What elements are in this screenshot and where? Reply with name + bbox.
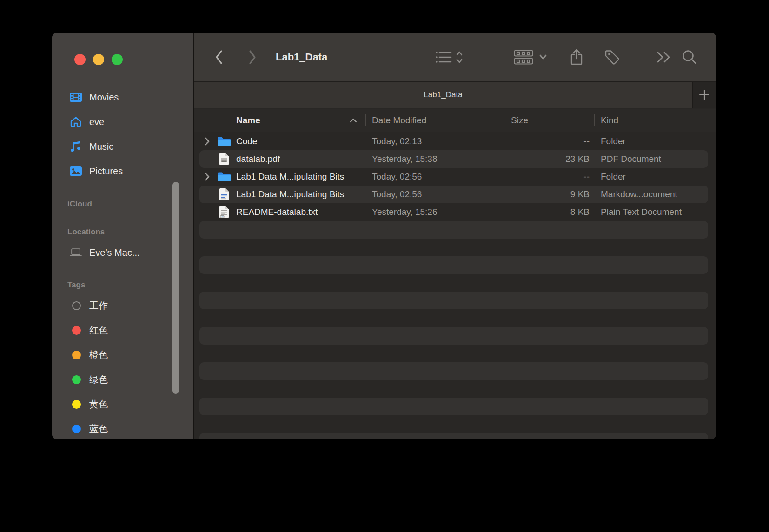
sidebar-item-label: Eve’s Mac... (89, 247, 140, 258)
group-view-icon[interactable] (514, 33, 533, 81)
column-header-kind[interactable]: Kind (601, 109, 618, 132)
sidebar-item-tag-0[interactable]: 工作 (52, 298, 193, 313)
sidebar-item-label: eve (89, 117, 104, 127)
file-name: Lab1 Data M...ipulating Bits (236, 186, 344, 203)
group-chevron-down-icon[interactable] (538, 33, 548, 81)
sidebar-item-tag-3[interactable]: 绿色 (52, 372, 193, 387)
list-view-icon (435, 51, 452, 64)
disclosure-chevron-icon[interactable] (204, 168, 210, 186)
sort-ascending-icon (349, 109, 358, 132)
row-stripe (199, 398, 708, 415)
sort-ascending-caret-icon (349, 118, 358, 123)
sidebar-item-label: Pictures (89, 166, 123, 177)
zoom-button[interactable] (112, 54, 123, 65)
chevron-right-icon (248, 49, 257, 65)
sidebar-item-label: 工作 (89, 299, 108, 312)
search-icon[interactable] (681, 33, 698, 81)
sidebar-item-eves-mac[interactable]: Eve’s Mac... (52, 245, 193, 260)
row-stripe (199, 256, 708, 274)
back-button[interactable] (212, 33, 226, 81)
sidebar-item-music[interactable]: Music (52, 139, 193, 154)
sidebar-titlebar-area (52, 33, 193, 82)
file-size: -- (473, 133, 590, 150)
folder-icon (216, 133, 232, 150)
sidebar-item-tag-2[interactable]: 橙色 (52, 347, 193, 363)
sidebar-item-label: Movies (89, 92, 119, 103)
forward-button[interactable] (245, 33, 260, 81)
file-name: README-datalab.txt (236, 203, 318, 221)
finder-window: MovieseveMusicPicturesiCloudLocationsEve… (52, 33, 716, 439)
close-button[interactable] (74, 54, 86, 65)
sidebar: MovieseveMusicPicturesiCloudLocationsEve… (52, 33, 193, 439)
row-stripe (199, 433, 708, 439)
magnifier-icon (681, 49, 698, 66)
file-date-modified: Today, 02:56 (372, 168, 422, 186)
file-size: 23 KB (473, 150, 590, 168)
file-list: CodeToday, 02:13--Folderdatalab.pdfYeste… (194, 133, 716, 439)
file-date-modified: Today, 02:13 (372, 133, 422, 150)
tab-lab1-data[interactable]: Lab1_Data (194, 82, 692, 108)
share-icon[interactable] (569, 33, 584, 81)
sidebar-item-tag-5[interactable]: 蓝色 (52, 421, 193, 437)
sidebar-item-tag-1[interactable]: 红色 (52, 322, 193, 338)
pictures-icon (69, 166, 82, 176)
more-chevrons-icon[interactable] (656, 33, 672, 81)
markdown-file-icon (216, 186, 232, 203)
column-divider[interactable] (594, 114, 595, 126)
sidebar-item-label: 黄色 (89, 398, 108, 411)
file-name: Lab1 Data M...ipulating Bits (236, 168, 344, 186)
row-stripe (199, 292, 708, 309)
sidebar-item-eve[interactable]: eve (52, 114, 193, 130)
file-kind: PDF Document (601, 150, 661, 168)
tag-color-dot-icon (72, 326, 81, 335)
music-icon (69, 140, 82, 153)
column-divider[interactable] (365, 114, 366, 126)
tag-color-dot-icon (72, 375, 81, 384)
file-date-modified: Yesterday, 15:26 (372, 203, 438, 221)
sidebar-item-label: 蓝色 (89, 423, 108, 435)
sidebar-item-label: 红色 (89, 324, 108, 337)
sidebar-item-tag-4[interactable]: 黄色 (52, 396, 193, 412)
column-header-date-modified[interactable]: Date Modified (372, 109, 426, 132)
file-kind: Folder (601, 133, 626, 150)
column-header-size[interactable]: Size (511, 109, 528, 132)
column-divider[interactable] (504, 114, 504, 126)
sort-chevrons-icon[interactable] (454, 33, 464, 81)
sidebar-scrollbar[interactable] (172, 182, 179, 394)
file-kind: Plain Text Document (601, 203, 682, 221)
svg-text:TXT: TXT (221, 216, 224, 218)
tag-color-dot-icon (72, 425, 81, 433)
file-row-lab1-data-m-ipulating-bits[interactable]: Lab1 Data M...ipulating BitsToday, 02:56… (194, 168, 716, 186)
movies-icon (69, 92, 82, 102)
file-kind: Markdow...ocument (601, 186, 677, 203)
sidebar-item-label: 绿色 (89, 373, 108, 386)
toolbar: Lab1_Data (194, 33, 716, 81)
tag-icon[interactable] (604, 33, 621, 81)
file-row-datalab-pdf[interactable]: datalab.pdfYesterday, 15:3823 KBPDF Docu… (194, 150, 716, 168)
main-area: Lab1_Data Lab1_Data Name Date Modified S… (194, 33, 716, 439)
tag-icon (604, 49, 621, 65)
new-tab-button[interactable] (692, 82, 716, 108)
plus-icon (698, 89, 710, 101)
row-stripe (199, 362, 708, 380)
group-view-icon (514, 50, 533, 65)
sidebar-item-label: 橙色 (89, 349, 108, 361)
sidebar-item-label: Music (89, 141, 113, 152)
file-row-readme-datalab-txt[interactable]: TXTREADME-datalab.txtYesterday, 15:268 K… (194, 203, 716, 221)
window-title: Lab1_Data (276, 33, 327, 81)
minimize-button[interactable] (93, 54, 104, 65)
list-view-icon[interactable] (435, 33, 452, 81)
tag-color-dot-icon (72, 400, 81, 409)
sidebar-item-movies[interactable]: Movies (52, 89, 193, 105)
text-file-icon: TXT (216, 203, 232, 221)
tab-label: Lab1_Data (424, 90, 462, 100)
tab-bar: Lab1_Data (194, 81, 716, 108)
column-header-name[interactable]: Name (236, 109, 260, 132)
sidebar-section-icloud: iCloud (67, 200, 92, 209)
chevron-down-icon (539, 54, 547, 60)
disclosure-chevron-icon[interactable] (204, 133, 210, 150)
sidebar-item-pictures[interactable]: Pictures (52, 163, 193, 179)
file-row-lab1-data-m-ipulating-bits[interactable]: Lab1 Data M...ipulating BitsToday, 02:56… (194, 186, 716, 203)
file-kind: Folder (601, 168, 626, 186)
file-row-code[interactable]: CodeToday, 02:13--Folder (194, 133, 716, 150)
